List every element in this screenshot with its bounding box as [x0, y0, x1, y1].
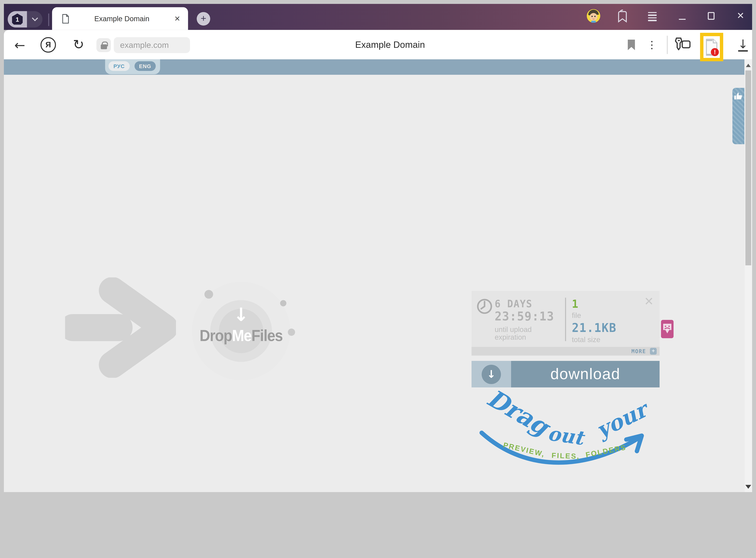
toolbar: ← Я ↻ example.com Example Domain ⋮	[4, 30, 752, 59]
language-switcher: РУС ENG	[105, 59, 160, 74]
menu-bar	[648, 17, 657, 18]
file-count-label: file	[572, 311, 581, 320]
bookmark-button[interactable]	[628, 40, 635, 50]
drop-arrow-graphic	[65, 278, 176, 378]
thumbs-up-icon	[734, 91, 744, 101]
browser-menu-button[interactable]	[647, 11, 657, 22]
total-size-label: total size	[572, 335, 600, 344]
highlighted-download-file-button[interactable]: !	[700, 33, 723, 61]
browser-window: 1 Example Domain ✕ +	[4, 4, 752, 492]
download-button-label: download	[511, 361, 659, 387]
logo-down-arrow-icon: ↓	[222, 304, 260, 325]
minimize-button[interactable]	[677, 10, 687, 21]
new-tab-button[interactable]: +	[197, 12, 210, 26]
avatar-icon	[586, 9, 601, 23]
tab-list-dropdown[interactable]	[27, 11, 43, 27]
maximize-button[interactable]	[706, 10, 717, 21]
tab-bar: 1 Example Domain ✕ +	[4, 4, 752, 30]
password-manager-button[interactable]	[673, 36, 692, 53]
expiry-label: until upload expiration	[495, 326, 532, 341]
expiry-label-line1: until upload	[495, 326, 532, 333]
page-menu-button[interactable]: ⋮	[647, 38, 657, 52]
downloads-button[interactable]: ↓	[736, 36, 750, 54]
expiry-days: 6 DAYS	[495, 298, 533, 310]
scrollbar-thumb[interactable]	[746, 71, 751, 265]
expiry-label-line2: expiration	[495, 333, 532, 341]
panel-close-icon[interactable]: ✕	[644, 295, 654, 308]
upload-info-panel: 6 DAYS 23:59:13 until upload expiration …	[471, 291, 660, 356]
logo-drop: Drop	[199, 327, 232, 345]
tab-title: Example Domain	[70, 15, 174, 23]
lang-rus-button[interactable]: РУС	[108, 61, 130, 71]
total-size: 21.1KB	[572, 321, 617, 335]
tab-counter-button[interactable]: 1	[8, 11, 43, 27]
site-header-bar: РУС ENG	[4, 59, 745, 75]
menu-bar	[648, 15, 657, 16]
bookmark-icon	[628, 40, 635, 50]
more-plus-button[interactable]: +	[650, 348, 657, 355]
clock-icon	[477, 298, 493, 314]
upload-info-main: 6 DAYS 23:59:13 until upload expiration …	[471, 291, 660, 347]
logo-me: Me	[232, 327, 251, 345]
tabbar-divider	[48, 14, 49, 26]
more-label[interactable]: MORE	[631, 348, 646, 354]
menu-bar	[648, 12, 657, 13]
menu-bar	[648, 20, 657, 21]
download-button[interactable]: ↓ download	[471, 361, 660, 387]
drag-out-hint: Drag out your	[467, 397, 669, 474]
like-side-tab[interactable]	[732, 88, 745, 144]
screenshot-stage: 1 Example Domain ✕ +	[0, 0, 756, 496]
more-bar: MORE +	[471, 347, 660, 356]
download-circle-arrow-icon: ↓	[482, 364, 501, 384]
toolbar-divider	[667, 36, 668, 54]
dropmefiles-logo: DropMeFiles	[179, 327, 303, 345]
maximize-icon	[708, 12, 714, 20]
logo-orbit-dot	[280, 300, 287, 306]
toolbar-page-title: Example Domain	[16, 40, 752, 50]
minimize-icon	[679, 19, 686, 20]
tab-example-domain[interactable]: Example Domain ✕	[52, 7, 188, 30]
tab-close-icon[interactable]: ✕	[174, 14, 180, 23]
feedback-button[interactable]	[661, 320, 674, 338]
window-close-button[interactable]: ✕	[735, 10, 747, 21]
drag-out-subtitle: PREVIEW, FILES, FOLDERS	[503, 445, 657, 453]
tab-counter-badge: 1	[8, 11, 27, 27]
subtitle-word-2: FILES,	[551, 451, 580, 460]
download-arrow-icon: ↓	[738, 39, 748, 50]
bookmark-flag-icon	[616, 9, 629, 24]
sad-face-bubble-icon	[663, 322, 672, 336]
page-content: ↓ DropMeFiles 6 DAYS 23:59:13 until uplo…	[4, 75, 745, 492]
lang-eng-button[interactable]: ENG	[135, 61, 156, 71]
document-alert-icon: !	[704, 37, 719, 57]
scrollbar	[745, 59, 752, 492]
chevron-down-icon	[32, 15, 38, 21]
expiry-countdown: 23:59:13	[495, 309, 554, 324]
page-favicon-icon	[62, 14, 70, 23]
tab-counter-value: 1	[11, 14, 23, 25]
scroll-down-arrow[interactable]	[746, 485, 751, 489]
alert-glyph: !	[714, 48, 716, 55]
panel-divider	[565, 298, 566, 341]
collections-button[interactable]	[615, 9, 630, 24]
profile-avatar[interactable]	[586, 9, 601, 23]
download-button-icon-area: ↓	[471, 361, 511, 387]
file-count: 1	[572, 298, 578, 310]
key-card-icon	[673, 36, 692, 53]
download-underline	[738, 50, 748, 51]
scroll-up-arrow[interactable]	[746, 64, 751, 67]
logo-orbit-dot	[205, 290, 213, 299]
logo-files: Files	[251, 327, 282, 345]
